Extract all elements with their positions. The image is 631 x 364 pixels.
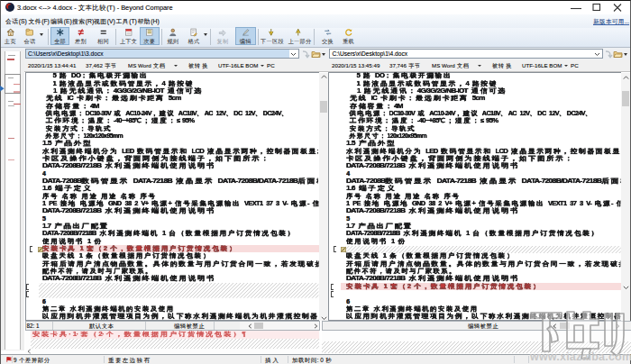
svg-text:www.xiazaiba.com: www.xiazaiba.com bbox=[529, 350, 631, 363]
